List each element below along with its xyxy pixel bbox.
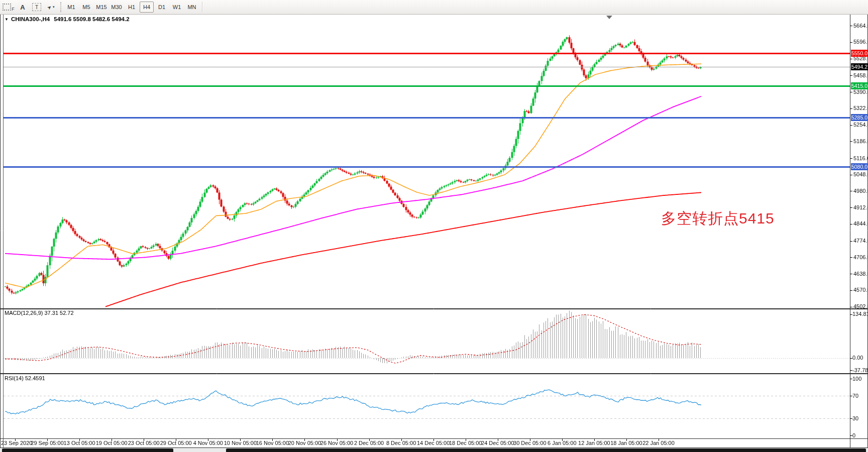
- timeframe-m30[interactable]: M30: [110, 2, 124, 13]
- timeframe-d1[interactable]: D1: [155, 2, 169, 13]
- timeframe-mn[interactable]: MN: [185, 2, 199, 13]
- timeframe-h4[interactable]: H4: [140, 2, 154, 13]
- text-label-tool[interactable]: T: [30, 2, 43, 13]
- timeframes-toolbar: M1M5M15M30H1H4D1W1MN: [64, 2, 200, 13]
- timeframe-w1[interactable]: W1: [170, 2, 184, 13]
- timeframe-m15[interactable]: M15: [94, 2, 108, 13]
- text-tool[interactable]: A: [16, 2, 29, 13]
- timeframe-m5[interactable]: M5: [79, 2, 93, 13]
- dotted-grid-icon: [3, 4, 11, 11]
- fibonacci-tool[interactable]: F: [2, 2, 15, 13]
- timeframe-h1[interactable]: H1: [125, 2, 139, 13]
- chart-canvas[interactable]: [0, 0, 868, 452]
- timeframe-m1[interactable]: M1: [64, 2, 78, 13]
- line-studies-toolbar: FAT➤▾: [0, 2, 58, 13]
- toolbar: FAT➤▾ M1M5M15M30H1H4D1W1MN: [0, 0, 868, 15]
- arrows-tool[interactable]: ➤▾: [44, 2, 57, 13]
- toolbar-separator: [202, 2, 203, 13]
- toolbar-grip[interactable]: [60, 2, 61, 12]
- mt4-window: FAT➤▾ M1M5M15M30H1H4D1W1MN ▼ CHINA300-,H…: [0, 0, 868, 452]
- dropdown-caret-icon: ▾: [53, 5, 55, 9]
